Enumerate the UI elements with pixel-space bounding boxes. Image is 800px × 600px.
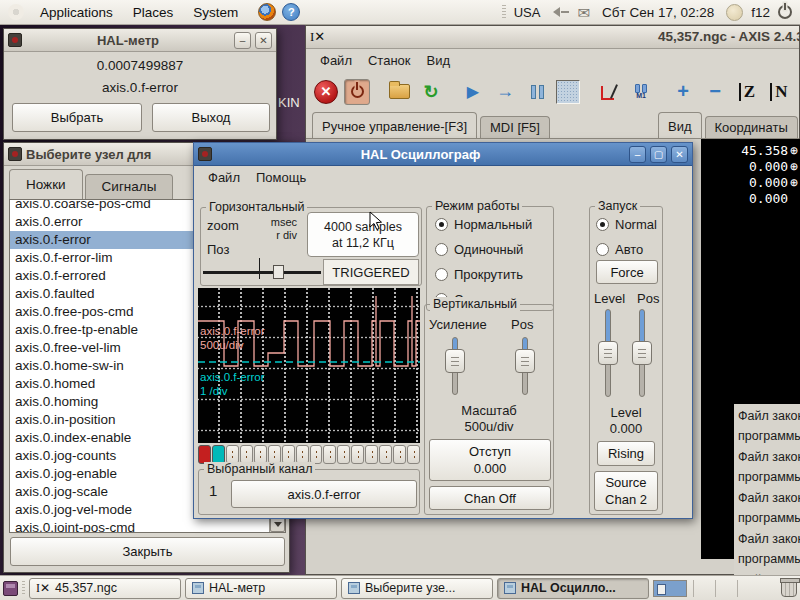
username[interactable]: f12 — [751, 5, 770, 20]
z-view-button[interactable]: Z — [734, 79, 760, 105]
channel-off-button[interactable]: Chan Off — [429, 486, 551, 510]
axis-message-entry[interactable]: Файл закон программы — [738, 406, 800, 446]
pause-button[interactable] — [524, 79, 550, 105]
channel-button[interactable] — [393, 445, 406, 464]
axis-menu-item[interactable]: Вид — [419, 50, 459, 71]
run-program-button[interactable]: ▶ — [460, 79, 486, 105]
distro-logo-icon[interactable] — [8, 4, 24, 20]
volume-icon[interactable] — [548, 7, 569, 17]
taskbar-window-button[interactable]: I✕ 45,357.ngc — [29, 578, 181, 599]
scope-menu-item[interactable]: Помощь — [248, 167, 314, 188]
axis-titlebar[interactable]: I✕ 45,357.ngc - AXIS 2.4.3 on мой-стано — [306, 26, 799, 49]
axis-tab[interactable]: MDI [F5] — [480, 116, 550, 138]
slider-thumb[interactable] — [632, 341, 652, 365]
channel-pin-button[interactable]: axis.0.f-error — [231, 480, 417, 508]
trash-icon[interactable] — [781, 580, 797, 597]
mail-icon[interactable]: ✉ — [577, 5, 590, 20]
open-file-button[interactable] — [386, 79, 412, 105]
axis-menu-item[interactable]: Станок — [360, 50, 419, 71]
meter-select-button[interactable]: Выбрать — [12, 103, 142, 132]
gain-slider[interactable] — [445, 337, 465, 395]
horizontal-group: Горизонтальный zoom Поз msec r div 4000 … — [200, 207, 422, 286]
run-mode-radio[interactable]: Нормальный — [435, 215, 532, 233]
time-per-div-readout: msec r div — [241, 216, 297, 242]
zoom-out-button[interactable]: − — [702, 79, 728, 105]
meter-titlebar[interactable]: HAL-метр – ✕ — [4, 29, 276, 52]
axis-message-entry[interactable]: Файл закон программы — [738, 447, 800, 487]
run-mode-group: Режим работы Нормальный Одиночный Прокру… — [426, 206, 554, 311]
maximize-button[interactable]: ▢ — [650, 146, 667, 163]
axis-tab[interactable]: Вид — [658, 112, 702, 138]
stop-button[interactable] — [556, 80, 580, 104]
channel-button[interactable] — [379, 445, 392, 464]
channel-button[interactable] — [351, 445, 364, 464]
user-avatar[interactable] — [726, 4, 743, 21]
reload-button[interactable]: ↻ — [418, 79, 444, 105]
n-view-button[interactable]: N — [766, 79, 792, 105]
zoom-in-button[interactable]: + — [670, 79, 696, 105]
window-task-icon — [504, 582, 516, 594]
meter-exit-button[interactable]: Выход — [152, 103, 270, 132]
taskbar-window-button[interactable]: I✕ HAL Осцилло... — [497, 578, 649, 599]
channel-button[interactable] — [323, 445, 336, 464]
axis-message-entry[interactable]: Файл закон программы — [738, 488, 800, 528]
scope-titlebar[interactable]: HAL Осциллограф – ▢ ✕ — [194, 143, 692, 166]
trigger-level-slider[interactable] — [598, 309, 618, 397]
scope-menu-item[interactable]: Файл — [200, 167, 248, 188]
workspace-switcher[interactable] — [653, 580, 687, 597]
axis-message-entry[interactable]: Файл закон программы — [738, 529, 800, 569]
browser-launcher-icon[interactable] — [258, 3, 276, 21]
run-mode-radio[interactable]: Прокрутить — [435, 265, 532, 283]
trigger-edge-button[interactable]: Rising — [597, 441, 655, 466]
machine-power-button[interactable] — [344, 79, 370, 105]
session-power-icon[interactable] — [778, 5, 792, 19]
slider-thumb[interactable] — [515, 349, 535, 373]
force-trigger-button[interactable]: Force — [596, 260, 658, 284]
trigger-mode-radio[interactable]: Normal — [596, 215, 657, 233]
slider-thumb[interactable] — [445, 349, 465, 373]
axis-left-tabs: Ручное управление-[F3]MDI [F5] — [312, 112, 553, 138]
axis-menu-item[interactable]: Файл — [312, 50, 360, 71]
toolpath-display-button[interactable] — [596, 79, 622, 105]
step-button[interactable]: → — [492, 79, 518, 105]
select-close-button[interactable]: Закрыть — [10, 537, 285, 566]
minimize-button[interactable]: – — [629, 146, 646, 163]
taskbar-grip[interactable] — [22, 581, 25, 596]
panel-menu-item[interactable]: System — [183, 2, 248, 23]
axis-tab[interactable]: Координаты — [705, 116, 798, 138]
minimize-button[interactable]: – — [234, 32, 251, 49]
help-launcher-icon[interactable]: ? — [282, 3, 300, 21]
trigger-mode-radio[interactable]: Авто — [596, 240, 657, 258]
vertical-pos-slider[interactable] — [515, 337, 535, 395]
offset-button[interactable]: Отступ 0.000 — [429, 439, 551, 481]
optional-stop-button[interactable]: M1 — [628, 79, 654, 105]
trigger-pos-slider[interactable] — [632, 309, 652, 397]
run-mode-radio[interactable]: Одиночный — [435, 240, 532, 258]
axis-tab[interactable]: Ручное управление-[F3] — [312, 112, 477, 138]
clock[interactable]: Сбт Сен 17, 02:28 — [598, 5, 718, 20]
horizontal-slider[interactable] — [203, 271, 321, 274]
panel-menu-item[interactable]: Places — [123, 2, 184, 23]
close-button[interactable]: ✕ — [255, 32, 272, 49]
sample-rate-button[interactable]: 4000 samples at 11,2 КГц — [307, 212, 419, 257]
trigger-source-button[interactable]: Source Chan 2 — [594, 471, 658, 511]
message-line1: Файл закон — [738, 447, 800, 467]
pin-list-item[interactable]: axis.0.joint-pos-cmd — [10, 519, 285, 533]
panel-grip[interactable] — [502, 5, 506, 20]
select-tab[interactable]: Ножки — [9, 169, 83, 199]
dro-line: 0.000 ⊕ — [749, 190, 798, 206]
taskbar-window-button[interactable]: I✕ HAL-метр — [185, 578, 337, 599]
scroll-down-arrow-icon[interactable] — [270, 517, 285, 532]
channel-button[interactable] — [365, 445, 378, 464]
horizontal-slider-thumb[interactable] — [273, 265, 284, 279]
select-tab[interactable]: Сигналы — [85, 174, 174, 199]
panel-menu-item[interactable]: Applications — [30, 2, 123, 23]
keyboard-layout-indicator[interactable]: USA — [514, 5, 541, 20]
close-button[interactable]: ✕ — [671, 146, 688, 163]
estop-button[interactable]: ✕ — [314, 80, 338, 104]
window-list-icon[interactable] — [3, 581, 18, 596]
channel-button[interactable] — [337, 445, 350, 464]
slider-thumb[interactable] — [598, 341, 618, 365]
taskbar-window-button[interactable]: I✕ Выберите узе... — [341, 578, 493, 599]
channel-button[interactable] — [407, 445, 420, 464]
